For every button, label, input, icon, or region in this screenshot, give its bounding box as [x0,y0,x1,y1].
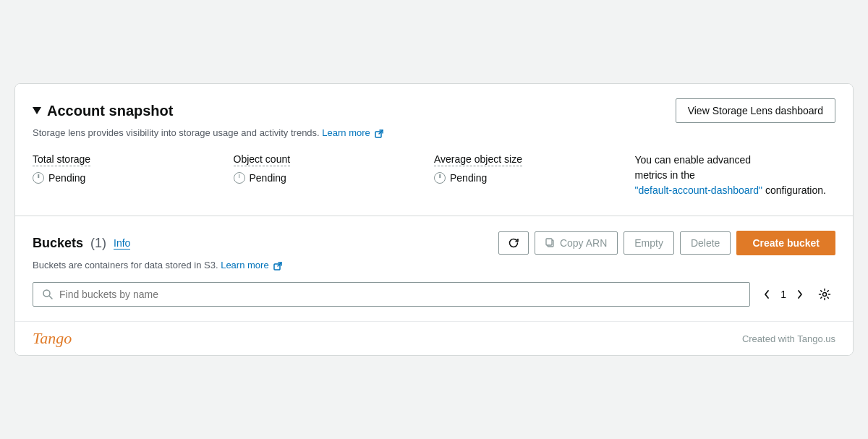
view-dashboard-button[interactable]: View Storage Lens dashboard [676,98,835,123]
buckets-count: (1) [90,236,106,251]
buckets-learn-more-link[interactable]: Learn more [221,260,282,270]
gear-icon [818,288,831,301]
buckets-section: Buckets (1) Info Copy ARN [15,216,853,321]
metric-avg-object-size-value: Pending [434,172,621,184]
copy-icon [545,238,556,248]
svg-rect-2 [546,239,552,245]
snapshot-title: Account snapshot [33,103,173,119]
metric-object-count: Object count Pending [234,153,435,198]
tango-logo: Tango [33,329,72,348]
snapshot-header: Account snapshot View Storage Lens dashb… [33,98,835,123]
empty-button[interactable]: Empty [624,231,674,255]
metric-object-count-value: Pending [234,172,420,184]
pending-icon-2 [234,172,245,184]
footer-credit: Created with Tango.us [742,333,835,344]
external-link-icon-2 [273,262,282,270]
metrics-row: Total storage Pending Object count Pendi… [33,153,835,198]
buckets-subtitle: Buckets are containers for data stored i… [33,260,835,270]
column-settings-button[interactable] [814,285,835,304]
dashboard-config-link[interactable]: "default-account-dashboard" [635,184,763,196]
prev-page-button[interactable] [759,286,775,302]
svg-point-4 [43,290,50,297]
external-link-icon [375,129,383,138]
metric-total-storage-label: Total storage [33,153,90,166]
refresh-button[interactable] [498,231,529,255]
metric-total-storage: Total storage Pending [33,153,234,198]
svg-point-5 [823,293,827,297]
create-bucket-button[interactable]: Create bucket [736,231,835,255]
buckets-header: Buckets (1) Info Copy ARN [33,231,835,255]
search-row: 1 [33,282,835,307]
copy-arn-button[interactable]: Copy ARN [535,231,618,255]
pagination-controls: 1 [759,285,835,304]
buckets-title: Buckets [33,236,83,251]
buckets-info-link[interactable]: Info [114,237,130,250]
metric-total-storage-value: Pending [33,172,219,184]
buckets-title-group: Buckets (1) Info [33,236,130,251]
metric-avg-object-size: Average object size Pending [434,153,635,198]
metric-object-count-label: Object count [234,153,291,166]
learn-more-link[interactable]: Learn more [322,127,383,138]
footer: Tango Created with Tango.us [15,321,853,355]
pending-icon-3 [434,172,446,184]
metric-avg-object-size-label: Average object size [434,153,522,166]
search-icon [42,289,54,300]
pending-icon [33,172,44,184]
search-input[interactable] [59,289,741,300]
page-number: 1 [780,289,786,300]
snapshot-subtitle: Storage lens provides visibility into st… [33,127,835,138]
main-container: Account snapshot View Storage Lens dashb… [14,83,854,356]
account-snapshot-section: Account snapshot View Storage Lens dashb… [15,84,853,216]
search-box [33,282,750,307]
refresh-icon [508,237,519,249]
chevron-left-icon [763,289,770,299]
chevron-right-icon [796,289,804,299]
next-page-button[interactable] [792,286,808,302]
collapse-icon [33,107,41,114]
metric-note: You can enable advanced metrics in the "… [635,153,836,198]
delete-button[interactable]: Delete [680,231,731,255]
buckets-actions: Copy ARN Empty Delete Create bucket [498,231,835,255]
